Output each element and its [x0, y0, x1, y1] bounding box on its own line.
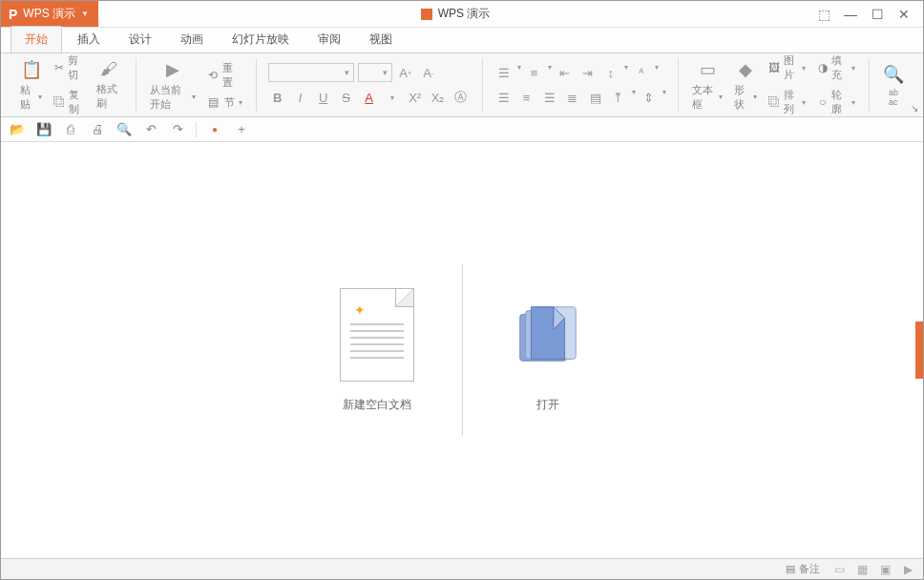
print-icon[interactable]: 🖨: [89, 121, 106, 138]
textbox-button[interactable]: ▭ 文本框▾: [686, 58, 729, 112]
tab-slideshow[interactable]: 幻灯片放映: [219, 27, 303, 52]
open-label: 打开: [536, 397, 559, 413]
align-right-button[interactable]: ☰: [540, 88, 559, 107]
reset-button[interactable]: ⟲重置: [205, 59, 244, 92]
ribbon-group-paragraph: ☰▾ ≡▾ ⇤ ⇥ ↕▾ ᴬ▾ ☰ ≡ ☰ ≣ ▤ ⤒▾ ⇕▾: [483, 58, 679, 112]
picture-button[interactable]: 🖼图片▾: [766, 52, 808, 84]
tab-review[interactable]: 审阅: [304, 27, 354, 52]
decrease-font-button[interactable]: A-: [419, 63, 438, 82]
align-left-button[interactable]: ☰: [494, 88, 514, 107]
brush-icon: 🖌: [98, 59, 119, 79]
document-icon: [421, 9, 432, 20]
open-document-button[interactable]: 打开: [463, 288, 633, 413]
tab-design[interactable]: 设计: [116, 27, 165, 52]
font-color-button[interactable]: A: [360, 88, 379, 107]
ribbon-group-insert: ▭ 文本框▾ ◆ 形状▾ 🖼图片▾ ⿻排列▾ ◑填充▾ ○轮廓▾: [679, 58, 870, 112]
find-button[interactable]: 🔍 abac: [877, 58, 910, 112]
increase-indent-button[interactable]: ⇥: [578, 63, 598, 82]
ribbon-group-font: ▾ ▾ A+ A- B I U S A ▾ X² X₂ Ⓐ: [257, 58, 483, 112]
redo-icon[interactable]: ↷: [169, 121, 186, 138]
play-icon: ▶: [162, 59, 183, 80]
align-middle-button[interactable]: ⇕: [640, 88, 659, 107]
outline-button[interactable]: ○轮廓▾: [815, 86, 857, 117]
superscript-button[interactable]: X²: [406, 88, 425, 107]
restore-up-icon[interactable]: ⬚: [812, 5, 835, 24]
tab-view[interactable]: 视图: [356, 27, 406, 52]
view-sorter-icon[interactable]: ▦: [854, 563, 870, 576]
font-color-dropdown[interactable]: ▾: [383, 88, 402, 107]
tab-start[interactable]: 开始: [10, 26, 62, 52]
view-normal-icon[interactable]: ▭: [831, 563, 847, 576]
font-family-select[interactable]: ▾: [268, 63, 354, 82]
number-list-button[interactable]: ≡: [525, 63, 544, 82]
outline-icon: ○: [817, 95, 828, 109]
export-icon[interactable]: ⎙: [62, 121, 79, 138]
play-from-current-button[interactable]: ▶ 从当前开始▾: [144, 58, 201, 112]
chevron-down-icon: ▼: [81, 10, 89, 18]
font-size-select[interactable]: ▾: [358, 63, 392, 82]
align-center-button[interactable]: ≡: [517, 88, 536, 107]
side-panel-handle[interactable]: [915, 321, 923, 379]
blank-document-icon: ✦: [340, 288, 414, 382]
arrange-icon: ⿻: [768, 95, 780, 109]
increase-font-button[interactable]: A+: [396, 63, 415, 82]
notes-button[interactable]: ▤ 备注: [786, 562, 820, 576]
marker-icon[interactable]: ●: [206, 121, 223, 138]
window-controls: ⬚ — ☐ ✕: [812, 1, 923, 27]
new-blank-document-button[interactable]: ✦ 新建空白文档: [292, 288, 462, 413]
ribbon-expand-icon[interactable]: ↘: [908, 101, 921, 114]
text-direction-button[interactable]: ᴬ: [632, 63, 651, 82]
fill-button[interactable]: ◑填充▾: [815, 52, 857, 84]
section-icon: ▤: [207, 95, 220, 109]
view-slideshow-icon[interactable]: ▶: [900, 563, 915, 576]
add-icon[interactable]: +: [233, 121, 250, 138]
section-button[interactable]: ▤节▾: [205, 93, 244, 112]
format-painter-button[interactable]: 🖌 格式刷: [91, 58, 128, 112]
save-icon[interactable]: 💾: [35, 121, 52, 138]
app-logo-icon: P: [9, 7, 17, 22]
tab-animation[interactable]: 动画: [167, 27, 217, 52]
bold-button[interactable]: B: [268, 88, 287, 107]
fill-icon: ◑: [817, 61, 828, 74]
ribbon-group-slides: ▶ 从当前开始▾ ⟲重置 ▤节▾: [136, 58, 257, 112]
underline-button[interactable]: U: [314, 88, 333, 107]
paste-button[interactable]: 📋 粘贴▾: [14, 58, 48, 112]
preview-icon[interactable]: 🔍: [116, 121, 133, 138]
shape-button[interactable]: ◆ 形状▾: [728, 58, 762, 112]
cut-button[interactable]: ✂剪切: [52, 52, 86, 84]
close-button[interactable]: ✕: [892, 5, 915, 24]
line-spacing-button[interactable]: ↕: [601, 63, 620, 82]
arrange-button[interactable]: ⿻排列▾: [766, 86, 808, 117]
strikethrough-button[interactable]: S: [337, 88, 356, 107]
reset-icon: ⟲: [207, 69, 220, 82]
tab-insert[interactable]: 插入: [64, 27, 114, 52]
view-reading-icon[interactable]: ▣: [877, 563, 892, 576]
align-top-button[interactable]: ⤒: [609, 88, 628, 107]
chevron-down-icon: ▾: [753, 93, 757, 101]
menu-tabs: 开始 插入 设计 动画 幻灯片放映 审阅 视图: [1, 28, 923, 52]
subscript-button[interactable]: X₂: [429, 88, 448, 107]
copy-button[interactable]: ⿻复制: [52, 86, 86, 117]
italic-button[interactable]: I: [291, 88, 310, 107]
open-file-icon[interactable]: 📂: [9, 121, 26, 138]
document-title: WPS 演示: [438, 6, 491, 22]
minimize-button[interactable]: —: [839, 5, 862, 24]
picture-icon: 🖼: [768, 61, 780, 74]
clear-format-button[interactable]: Ⓐ: [452, 88, 471, 107]
search-icon: 🔍: [883, 64, 904, 85]
justify-button[interactable]: ≣: [563, 88, 582, 107]
notes-icon: ▤: [786, 563, 795, 575]
copy-icon: ⿻: [53, 95, 65, 109]
bullet-list-button[interactable]: ☰: [494, 63, 514, 82]
sparkle-icon: ✦: [354, 302, 366, 318]
app-brand[interactable]: P WPS 演示 ▼: [1, 1, 98, 27]
undo-icon[interactable]: ↶: [142, 121, 159, 138]
columns-button[interactable]: ▤: [586, 88, 605, 107]
ribbon: 📋 粘贴▾ ✂剪切 ⿻复制 🖌 格式刷 ▶ 从当前开始▾ ⟲重置 ▤节▾ ▾ ▾…: [1, 52, 923, 117]
textbox-icon: ▭: [697, 59, 718, 80]
chevron-down-icon: ▾: [719, 93, 723, 101]
shape-icon: ◆: [735, 59, 756, 80]
maximize-button[interactable]: ☐: [866, 5, 889, 24]
separator: [196, 122, 197, 137]
decrease-indent-button[interactable]: ⇤: [556, 63, 575, 82]
